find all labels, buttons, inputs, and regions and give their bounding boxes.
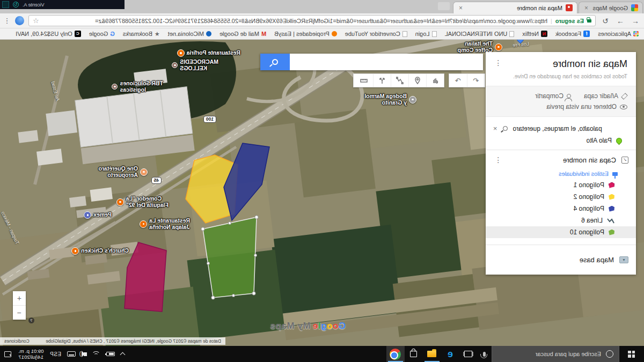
layer-visibility-checkbox[interactable]: ✓ xyxy=(621,157,628,164)
bookmark-micolonia[interactable]: MiColonia.net xyxy=(168,31,211,37)
bookmark-only-us24[interactable]: COnly US$24.09, NAVI xyxy=(16,31,81,37)
draw-line-button[interactable] xyxy=(391,74,408,87)
secure-label[interactable]: Es seguro xyxy=(555,18,584,24)
tab-google-maps[interactable]: Google Maps × xyxy=(579,2,643,13)
measure-ruler-button[interactable] xyxy=(355,74,373,87)
base-map-thumbnail-icon[interactable]: ▾ xyxy=(619,256,628,263)
map-search-button[interactable] xyxy=(260,54,290,70)
start-button[interactable] xyxy=(619,346,644,362)
search-query[interactable]: paloalto, el marques, queretaro xyxy=(513,125,602,132)
select-hand-button[interactable] xyxy=(426,74,444,87)
bookmark-star-icon[interactable]: ☆ xyxy=(33,17,39,25)
add-marker-button[interactable] xyxy=(408,74,426,87)
reload-button[interactable]: ↻ xyxy=(600,17,611,25)
netflix-icon: N xyxy=(541,31,547,37)
mymaps-panel: Mapa sin nombre ⋮ Todos los cambios se h… xyxy=(486,52,636,275)
base-map-row[interactable]: ▾ Mapa base xyxy=(486,252,636,268)
touch-keyboard-icon[interactable] xyxy=(67,351,76,357)
map-title[interactable]: Mapa sin nombre xyxy=(503,58,627,70)
store-bag-icon xyxy=(411,351,418,357)
bookmark-netflix[interactable]: NNetflix xyxy=(522,31,547,37)
clear-search-icon[interactable]: × xyxy=(493,124,497,132)
tray-expand-chevron-icon[interactable] xyxy=(120,352,126,358)
taskbar-clock[interactable]: 09:01 p. m. 14/jul/2017 xyxy=(18,348,44,360)
share-button[interactable]: Compartir xyxy=(535,92,571,100)
add-layer-button[interactable]: Añadir capa xyxy=(584,92,627,100)
layer-item-poligono-4[interactable]: Polígono 4 xyxy=(486,203,636,215)
layer-menu-kebab-icon[interactable]: ⋮ xyxy=(493,156,503,164)
battery-icon[interactable] xyxy=(106,352,115,356)
google-my-maps-watermark: GoogleMy Maps xyxy=(270,321,346,331)
layer-item-poligono-1[interactable]: Polígono 1 xyxy=(486,179,636,191)
individual-styles-link[interactable]: Estilos individuales xyxy=(486,169,636,179)
bookmark-login[interactable]: Login xyxy=(415,31,437,37)
background-window-titlebar[interactable]: Vicente A. ↻ xyxy=(0,0,125,9)
task-view-button[interactable] xyxy=(459,346,478,362)
yellow-polygon-icon xyxy=(609,194,614,200)
lodging-icon xyxy=(140,168,148,176)
page-icon xyxy=(509,31,514,37)
map-search-input[interactable] xyxy=(290,54,483,70)
url-text[interactable]: https://www.google.com/maps/d/edit?hl=es… xyxy=(42,18,547,24)
windows-taskbar: Escribe aquí para buscar e ESP 09:01 p. … xyxy=(0,346,644,362)
bookmark-uno-internacional[interactable]: UNO INTERNACIONAL xyxy=(445,31,515,37)
back-button[interactable]: ← xyxy=(630,17,641,25)
search-result-item[interactable]: Palo Alto xyxy=(486,132,636,150)
bookmark-facebook[interactable]: fFacebook xyxy=(555,31,590,37)
layer-header[interactable]: ✓ Capa sin nombre ⋮ xyxy=(486,150,636,169)
bookmark-google[interactable]: GGoogle xyxy=(89,31,115,37)
extension-icon[interactable] xyxy=(15,16,24,25)
magenta-polygon-icon xyxy=(609,182,614,188)
cortana-icon xyxy=(606,350,613,358)
speaker-icon[interactable] xyxy=(84,352,87,356)
cortana-mic-button[interactable] xyxy=(478,346,492,362)
bookmark-mail-de-google[interactable]: MMail de Google xyxy=(219,31,266,37)
taskbar-search-placeholder: Escribe aquí para buscar xyxy=(536,351,601,357)
help-button[interactable]: ? xyxy=(28,317,34,323)
gmail-icon: M xyxy=(261,31,266,37)
chrome-icon xyxy=(390,349,401,360)
clock-time: 09:01 p. m. xyxy=(18,348,44,354)
apps-grid-icon xyxy=(633,31,639,36)
zoom-in-button[interactable]: + xyxy=(13,291,26,306)
file-explorer-taskbar-button[interactable] xyxy=(423,346,441,362)
address-bar[interactable]: Es seguro | https://www.google.com/maps/… xyxy=(28,15,596,26)
layer-item-poligono-2[interactable]: Polígono 2 xyxy=(486,191,636,203)
page-icon xyxy=(402,31,407,37)
bookmark-aplicaciones[interactable]: Aplicaciones xyxy=(598,31,639,37)
map-menu-kebab-icon[interactable]: ⋮ xyxy=(493,58,503,67)
action-center-icon[interactable] xyxy=(4,351,11,357)
wifi-icon[interactable] xyxy=(93,351,100,357)
preview-button[interactable]: Obtener una vista previa xyxy=(546,103,627,110)
close-tab-icon[interactable]: × xyxy=(583,4,589,12)
background-window-title: Vicente A. xyxy=(23,2,44,8)
bookmark-propiedades-easyb[interactable]: Propiedades | EasyB xyxy=(274,31,337,37)
add-directions-button[interactable] xyxy=(373,74,391,87)
bookmark-convertidor-youtube[interactable]: Convertidor YouTube xyxy=(345,31,407,37)
window-button[interactable] xyxy=(2,1,9,8)
close-tab-icon[interactable]: × xyxy=(458,4,464,12)
layer-item-poligono-10[interactable]: Polígono 10 xyxy=(486,226,636,238)
microphone-icon xyxy=(484,352,486,357)
new-tab-button[interactable] xyxy=(438,2,450,10)
taskbar-search-box[interactable]: Escribe aquí para buscar xyxy=(492,346,619,362)
edge-taskbar-button[interactable]: e xyxy=(441,346,459,362)
bookmark-bookmarks[interactable]: ★Bookmarks xyxy=(123,31,160,37)
undo-button[interactable]: ↶ xyxy=(467,74,485,87)
layer-item-linea-6[interactable]: Línea 6 xyxy=(486,215,636,226)
store-taskbar-button[interactable] xyxy=(405,346,423,362)
tab-mapa-sin-nombre[interactable]: Mapa sin nombre × xyxy=(453,2,577,13)
zoom-out-button[interactable]: − xyxy=(13,306,26,320)
line-icon xyxy=(607,218,614,224)
chrome-taskbar-button[interactable] xyxy=(386,346,405,362)
map-search-bar[interactable] xyxy=(260,54,483,70)
layer-name[interactable]: Capa sin nombre xyxy=(508,156,616,164)
language-indicator[interactable]: ESP xyxy=(50,351,62,357)
search-icon xyxy=(272,59,278,65)
star-icon: ★ xyxy=(155,31,160,37)
chrome-menu-kebab-icon[interactable]: ⋮ xyxy=(3,17,11,25)
forward-button[interactable]: → xyxy=(615,17,626,25)
map-label-italian-coffee: The ItalianCoffee Comp xyxy=(458,41,502,53)
terms-link[interactable]: Condiciones xyxy=(4,338,30,344)
redo-button[interactable]: ↷ xyxy=(449,74,467,87)
